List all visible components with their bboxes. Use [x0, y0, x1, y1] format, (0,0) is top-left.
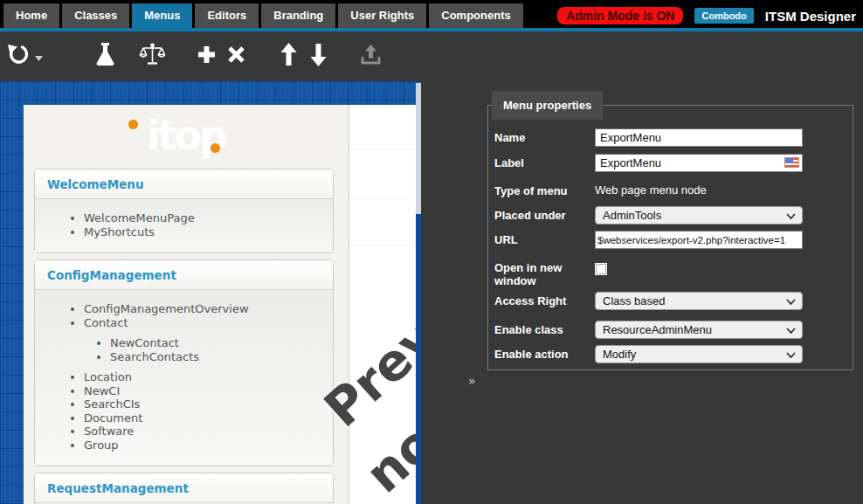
menu-properties-fieldset: Menu properties Name Label Type of menu … [487, 105, 853, 370]
menu-item[interactable]: SearchContacts [110, 350, 333, 364]
field-row-label: Label [494, 154, 853, 172]
tab-menus[interactable]: Menus [132, 3, 192, 28]
itop-logo: itop [24, 112, 349, 159]
add-menu-button[interactable] [191, 38, 221, 75]
chevron-down-icon [786, 328, 796, 334]
field-row-placed-under: Placed under AdminTools [494, 206, 853, 224]
undo-button[interactable] [3, 38, 32, 75]
name-input[interactable] [595, 128, 803, 147]
arrow-up-icon [280, 43, 297, 70]
field-row-access-right: Access Right Class based [494, 292, 853, 310]
select-value: AdminTools [603, 209, 661, 222]
dropdown-caret-icon [35, 49, 43, 65]
menu-group-config: ConfigManagement ConfigManagementOvervie… [34, 259, 334, 466]
menu-group-header[interactable]: WelcomeMenu [35, 169, 333, 199]
upload-icon [360, 44, 382, 69]
menu-properties-form: Name Label Type of menu Web page menu no… [488, 106, 853, 363]
chevron-down-icon [786, 213, 796, 219]
test-button[interactable] [90, 38, 120, 75]
admin-mode-badge: Admin Mode is ON [557, 7, 683, 24]
field-label: Access Right [494, 292, 595, 310]
toolbar [0, 31, 863, 81]
field-label: Placed under [494, 206, 595, 224]
logo-dot-icon [211, 143, 220, 153]
open-new-window-checkbox[interactable] [595, 263, 607, 275]
upload-button[interactable] [356, 38, 385, 75]
menu-item[interactable]: Software [84, 425, 333, 438]
scales-icon [139, 43, 166, 70]
field-label: Open in new window [494, 259, 595, 288]
field-row-enable-action: Enable action Modify [494, 345, 853, 363]
tab-components[interactable]: Components [429, 3, 522, 28]
top-navbar: Home Classes Menus Editors Branding User… [0, 0, 863, 28]
access-right-select[interactable]: Class based [595, 292, 803, 310]
field-row-type: Type of menu Web page menu node [494, 182, 853, 197]
field-label: URL [494, 231, 595, 249]
preview-menu-column: WelcomeMenu WelcomeMenuPage MyShortcuts … [34, 169, 334, 504]
menu-item[interactable]: ConfigManagementOverview [84, 302, 333, 316]
menu-item[interactable]: Contact [84, 316, 333, 330]
menu-group-welcome: WelcomeMenu WelcomeMenuPage MyShortcuts [34, 169, 334, 253]
field-row-open-new-window: Open in new window [494, 259, 853, 288]
menu-group-request: RequestManagement [34, 473, 334, 504]
field-label: Enable action [494, 345, 595, 363]
menu-group-header[interactable]: RequestManagement [35, 473, 333, 503]
menu-properties-tab: Menu properties [492, 91, 603, 120]
tab-user-rights[interactable]: User Rights [338, 3, 426, 28]
preview-scrollbar-thumb[interactable] [416, 83, 421, 214]
app-title: ITSM Designer [765, 9, 856, 24]
field-label: Type of menu [494, 182, 595, 197]
delete-menu-button[interactable] [221, 38, 251, 75]
cross-icon [227, 45, 245, 67]
url-input[interactable] [595, 231, 803, 249]
tab-classes[interactable]: Classes [62, 3, 129, 28]
itsm-designer-window: Home Classes Menus Editors Branding User… [0, 0, 863, 504]
collapse-panel-icon[interactable]: » [468, 374, 476, 388]
plus-icon [197, 45, 216, 67]
field-label: Enable class [494, 321, 595, 339]
us-flag-icon[interactable] [784, 157, 799, 168]
flask-icon [94, 43, 116, 70]
content-separator [349, 197, 417, 197]
tab-branding[interactable]: Branding [261, 3, 335, 28]
menu-group-header[interactable]: ConfigManagement [35, 260, 333, 290]
menu-item[interactable]: NewCI [84, 384, 333, 398]
field-row-enable-class: Enable class ResourceAdminMenu [494, 321, 853, 339]
tab-editors[interactable]: Editors [195, 3, 259, 28]
menu-type-value: Web page menu node [595, 181, 707, 197]
undo-dropdown-button[interactable] [32, 38, 45, 75]
menu-item[interactable]: MyShortcuts [84, 225, 333, 239]
placed-under-select[interactable]: AdminTools [595, 206, 803, 224]
menu-group-body: WelcomeMenuPage MyShortcuts [35, 199, 333, 252]
content-separator [349, 245, 417, 245]
field-row-name: Name [494, 128, 853, 147]
menu-item[interactable]: NewContact [110, 336, 333, 350]
enable-class-select[interactable]: ResourceAdminMenu [595, 321, 803, 339]
move-up-button[interactable] [273, 38, 303, 75]
chevron-down-icon [786, 299, 796, 305]
menu-group-body: ConfigManagementOverview Contact NewCont… [35, 290, 333, 466]
itop-preview-pane: itop WelcomeMenu WelcomeMenuPage MyShort… [24, 105, 349, 504]
enable-action-select[interactable]: Modify [595, 345, 803, 363]
undo-icon [6, 43, 30, 70]
menu-preview-panel: itop WelcomeMenu WelcomeMenuPage MyShort… [0, 81, 421, 504]
navbar-right: Admin Mode is ON Combodo ITSM Designer [557, 7, 863, 28]
move-down-button[interactable] [303, 38, 333, 75]
select-value: ResourceAdminMenu [603, 323, 712, 336]
label-input[interactable] [595, 154, 803, 172]
menu-item[interactable]: Location [84, 370, 333, 384]
content-separator [349, 148, 417, 149]
combodo-badge[interactable]: Combodo [694, 8, 753, 24]
arrow-down-icon [310, 43, 327, 70]
preview-scrollbar[interactable] [416, 83, 421, 504]
compare-button[interactable] [137, 38, 167, 75]
tab-home[interactable]: Home [3, 3, 59, 28]
select-value: Class based [603, 294, 666, 307]
menu-item[interactable]: WelcomeMenuPage [84, 211, 333, 225]
chevron-down-icon [786, 352, 796, 358]
menu-item[interactable]: Group [84, 438, 333, 452]
nav-tabs: Home Classes Menus Editors Branding User… [0, 3, 523, 28]
menu-item[interactable]: Document [84, 411, 333, 425]
menu-item[interactable]: SearchCIs [84, 397, 333, 411]
logo-dot-icon [128, 120, 138, 129]
